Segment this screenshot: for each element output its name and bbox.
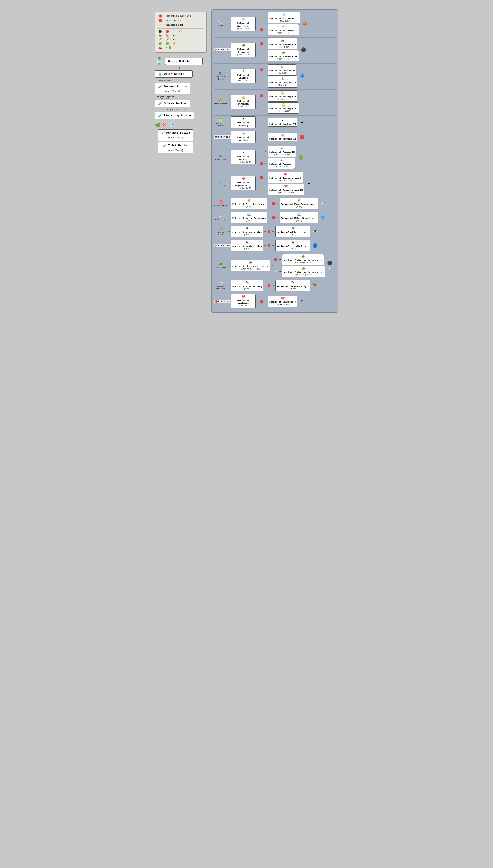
glowstone-icon-sw1: ✨ — [260, 16, 263, 19]
potion-swiftness-ii: 💨 Potion of Swiftness II (+40%; 1:30) — [268, 12, 300, 23]
potion-poison: ☠️ Potion ofPoison (-❤/2.5s; 0:45) — [231, 150, 256, 164]
potion-nightvision: 👁️ Potion of Night Vision (3:00) — [231, 226, 263, 237]
redstone-icon-st1: 🟥 — [260, 94, 263, 97]
mundane-potion-section: → 🧪 Mundane Potion (No Effects) — [155, 130, 209, 141]
potion-swiftness: 💨 Potion ofSwiftness (+20%; 3:00) — [231, 17, 256, 31]
ingredient-goldencarrot: 🥕 Golden Carrot — [214, 227, 227, 235]
awkward-potion-section: 🧪 Awkward Potion (No Effects) — [155, 83, 209, 94]
legend-box: 🔴 = Fermented Spider Eye 🟥 = Redstone Du… — [155, 12, 207, 52]
nether-wart-label: Nether Wart — [157, 79, 174, 82]
leaping-upgrades: 🟥 → 🏃 Potion of Leaping + (+½; 8:00) ✨ →… — [260, 64, 297, 88]
mundane-potion-label: Mundane Potion — [167, 131, 190, 135]
redstone-icon-sl1: 🟥 — [260, 42, 263, 45]
glowstone-icon-st2: ✨ — [260, 106, 263, 109]
thick-potion-box: 🧪 Thick Potion (No Effects) — [158, 142, 193, 154]
chart-row-harming: ↑fermented → 💀 Potion ofHarming → ✨ → 💀 … — [214, 131, 336, 143]
ingredient-glisteringmelon: 🍈 Glistering Melon — [214, 118, 227, 127]
legend-row-3: 🥕= 🥕+ 8✨ — [158, 38, 203, 41]
strength-upgrade-1: 🟥 → 💪 Potion of Strength + (×2+❤❤; 8:00) — [260, 90, 299, 101]
redstone-icon-iv1: 🟥 — [267, 244, 271, 247]
ingredient-harming-fermented: ↑fermented — [214, 136, 227, 138]
inv-upgrade-1: 🟥 → 👻 Potion of Invisibility + (8:00) — [267, 240, 310, 251]
ingredient-turtleshell: 🐢 Turtle Shell — [214, 262, 227, 269]
potion-leaping-ii: 🏃 Potion of Leaping II (+1¼; 1:30) — [268, 76, 297, 88]
water-upgrade-1: 🟥 → 🌊 Potion of Water Breathing + (8:00) — [272, 212, 319, 223]
dragons-breath-label: Dragon's Breath — [165, 108, 186, 111]
potion-weakness-plus: 💔 Potion of Weakness + (×2-❤❤; 4:00) — [268, 296, 297, 307]
redstone-icon-sw2: 🟥 — [260, 28, 263, 31]
ingredient-phantommembrane: 👻 Phantom Membrane — [214, 281, 227, 290]
chart-row-invisibility: ↑fermented → 👻 Potion of Invisibility (3… — [214, 240, 336, 251]
ingredient-slowness: ↑fermented — [214, 48, 227, 51]
potion-slowfalling: 🪶 Potion of Slow Falling (1:30) — [231, 280, 263, 291]
dragons-breath-row: ↓ Dragon's Breath ↓ — [162, 108, 209, 111]
potion-slowness-plus: 🐢 Potion of Slowness + (-15%; 4:00) — [268, 38, 297, 49]
water-bottle-box: 💧 Water Bottle — [155, 70, 193, 78]
slowness-upgrades: 🟥 → 🐢 Potion of Slowness + (-15%; 4:00) … — [260, 38, 299, 62]
slowfalling-upgrades: 🟥 → 🪶 Potion of Slow Falling + (4:00) — [267, 280, 310, 291]
redstone-icon-lp1: 🟥 — [260, 68, 263, 71]
legend-label-glowstone: = Glowstone Dust — [163, 24, 183, 26]
redstone-icon-po2: 🟥 — [260, 162, 263, 165]
left-panel: 🔴 = Fermented Spider Eye 🟥 = Redstone Du… — [155, 9, 209, 313]
potion-healing-ii: ❤️ Potion of Healing II — [268, 118, 297, 127]
chart-row-swiftness: 🍬 Sugar → 💨 Potion ofSwiftness (+20%; 3:… — [214, 12, 336, 36]
poison-upgrade-1: ✨ → ☠️ Potion of Poison II (-❤/1.2s; 0:2… — [260, 146, 296, 157]
strength-upgrades: 🟥 → 💪 Potion of Strength + (×2+❤❤; 8:00)… — [260, 90, 299, 114]
swiftness-upgrade-1: ✨ → 💨 Potion of Swiftness II (+40%; 1:30… — [260, 12, 300, 23]
potion-strength-plus: 💪 Potion of Strength + (×2+❤❤; 8:00) — [268, 90, 297, 101]
right-chart-panel: 🍬 Sugar → 💨 Potion ofSwiftness (+20%; 3:… — [211, 9, 338, 313]
legend-label-redstone: = Redstone Dust — [163, 20, 182, 22]
ingredient-blazepowder: 🔥 Blaze Powder — [214, 99, 227, 105]
splash-potion-section: 🧪 Splash Potion — [155, 100, 209, 107]
swiftness-upgrades: ✨ → 💨 Potion of Swiftness II (+40%; 1:30… — [260, 12, 300, 36]
glowstone-icon-lp2: ✨ — [260, 80, 263, 83]
legend-row-2: 🍉= 🍉+ 8✨ — [158, 34, 203, 37]
gunpowder-label: Gunpowder — [157, 96, 174, 99]
legend-label-fermented: = Fermented Spider Eye — [163, 15, 191, 17]
chart-row-slowfalling: 👻 Phantom Membrane → 🪶 Potion of Slow Fa… — [214, 280, 336, 291]
lingering-potion-section: 🧪 Lingering Potion — [155, 112, 209, 119]
potion-leaping: 🏃 Potion ofLeaping (+½; 3:00) — [231, 69, 256, 83]
effect-harming: 🔴 — [299, 134, 305, 140]
glass-bottle-icon: 🫙 — [155, 57, 163, 65]
effect-healing: ❤️ — [299, 120, 305, 125]
glass-bottle-box: Glass Bottle — [165, 58, 202, 65]
redstone-icon-wk1: 🟥 — [260, 300, 263, 303]
glowstone-icon-tm2: ✨ — [274, 270, 278, 273]
wk-upgrade-1: 🟥 → 💔 Potion of Weakness + (×2-❤❤; 4:00) — [260, 296, 297, 307]
potion-invisibility-plus: 👻 Potion of Invisibility + (8:00) — [275, 240, 310, 251]
redstone-icon-tm1: 🟥 — [274, 258, 278, 261]
healing-upgrade-1: ✨ → ❤️ Potion of Healing II — [260, 118, 297, 127]
redstone-icon-nv1: 🟥 — [267, 230, 271, 233]
effect-slowfalling: 🪶 — [312, 283, 318, 288]
thick-potion-sub: (No Effects) — [168, 150, 183, 152]
effect-swiftness: 🦀 — [301, 21, 308, 26]
mundane-potion-box: 🧪 Mundane Potion (No Effects) — [158, 130, 193, 141]
arrow-swiftness-upgrades: → — [256, 22, 259, 26]
potion-nightvision-plus: 👁️ Potion of Night Vision + (8:00) — [275, 226, 310, 237]
potion-regeneration-plus: 💗 Potion of Regeneration + (+❤/2.5s; 1:3… — [268, 172, 303, 183]
potion-turtlemaster: 🐢 Potion of the Turtle Master (🐢IV 🛡III;… — [231, 260, 270, 271]
gunpowder-row: Gunpowder → — [157, 96, 209, 99]
effect-waterbreathing: 💠 — [320, 215, 326, 220]
potion-healing: ❤️ Potion ofHealing — [231, 116, 256, 128]
potion-strength: 💪 Potion ofStrength (×2+❤❤; 3:00) — [231, 95, 256, 109]
glowstone-icon-hm1: ✨ — [260, 135, 263, 138]
redstone-icon-fr1: 🟥 — [272, 202, 275, 205]
ingredient-sugar: 🍬 Sugar — [214, 21, 227, 27]
potion-slowfalling-plus: 🪶 Potion of Slow Falling + (4:00) — [275, 280, 310, 291]
effect-turtlemaster: ⚫🛡️ — [326, 260, 333, 271]
water-bottle-label: Water Bottle — [164, 72, 184, 76]
thick-potion-label: Thick Potion — [168, 144, 188, 147]
effect-leaping: 🔷 — [299, 73, 305, 78]
nether-wart-row: Nether Wart → — [157, 78, 209, 82]
glass-bottle-label: Glass Bottle — [168, 60, 190, 63]
legend-row-redstone: 🟥 = Redstone Dust — [158, 19, 203, 22]
redstone-icon-wb1: 🟥 — [272, 216, 275, 219]
splash-potion-label: Splash Potion — [164, 102, 186, 105]
effect-invisibility: 🔵 — [312, 243, 318, 248]
strength-upgrade-2: ✨ → 💪 Potion of Strength II (×2+❤❤; 1:30… — [260, 102, 299, 114]
awkward-potion-sub: (No Effects) — [165, 90, 180, 93]
fireresistance-upgrades: 🟥 → 🔥 Potion of Fire Resistance + (8:00) — [272, 198, 319, 209]
